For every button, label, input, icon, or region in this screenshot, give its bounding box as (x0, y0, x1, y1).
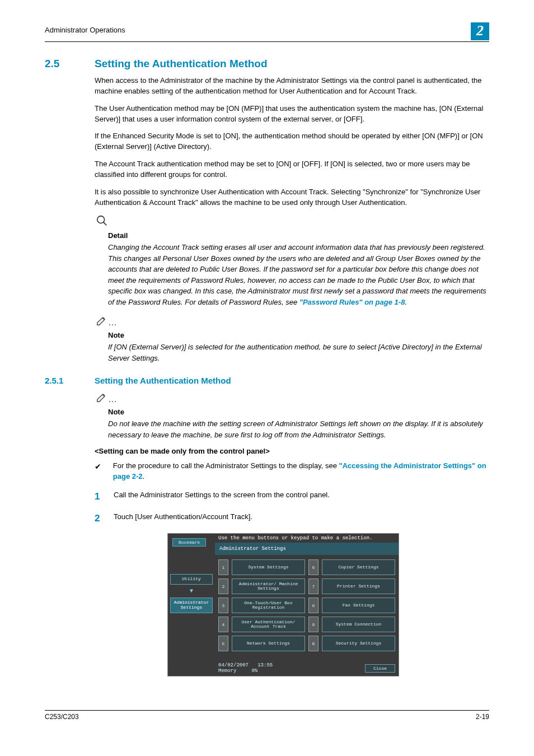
panel-hint: Use the menu buttons or keypad to make a… (215, 534, 399, 543)
intro-para-4: The Account Track authentication method … (95, 159, 489, 180)
panel-menu-button[interactable]: Copier Settings (322, 559, 395, 575)
panel-tab-admin[interactable]: Administrator Settings (170, 598, 213, 613)
step-number: 2 (95, 512, 104, 526)
prerequisite-item: ✔ For the procedure to call the Administ… (95, 461, 489, 482)
detail-text-pre: Changing the Account Track setting erase… (108, 243, 486, 306)
subsection-title: Setting the Authentication Method (95, 376, 231, 385)
intro-para-3: If the Enhanced Security Mode is set to … (95, 131, 489, 152)
down-arrow-icon: ▼ (170, 588, 213, 594)
svg-point-0 (97, 216, 105, 223)
step-number: 1 (95, 490, 104, 504)
panel-menu-button[interactable]: Printer Settings (322, 578, 395, 594)
panel-menu-button[interactable]: Administrator/ Machine Settings (232, 578, 305, 594)
note2-body: Do not leave the machine with the settin… (108, 418, 489, 440)
panel-menu-button[interactable]: One-Touch/User Box Registration (232, 598, 305, 613)
detail-title: Detail (108, 231, 489, 240)
panel-menu-number: 3 (218, 598, 228, 613)
panel-menu-button[interactable]: System Connection (322, 617, 395, 632)
step-2-text: Touch [User Authentication/Account Track… (114, 512, 252, 526)
panel-menu-number: 9 (308, 617, 318, 632)
panel-bookmark-tab[interactable]: Bookmark (172, 538, 206, 547)
panel-menu-number: 5 (218, 636, 228, 651)
panel-menu-number: 8 (308, 598, 318, 613)
control-panel-screenshot: Bookmark Utility ▼ Administrator Setting… (167, 533, 399, 676)
panel-menu-button[interactable]: Fax Settings (322, 598, 395, 613)
magnifier-icon (96, 214, 108, 230)
intro-para-5: It is also possible to synchronize User … (95, 187, 489, 208)
subsection-heading: 2.5.1 Setting the Authentication Method (45, 376, 489, 385)
section-heading: 2.5 Setting the Authentication Method (45, 58, 489, 70)
note-callout-2: … Note Do not leave the machine with the… (95, 391, 489, 440)
intro-para-2: The User Authentication method may be [O… (95, 104, 489, 125)
page-header: Administrator Operations 2 (45, 22, 489, 42)
detail-text-post: . (405, 298, 407, 306)
panel-menu-number: 6 (308, 559, 318, 575)
panel-menu-button[interactable]: Network Settings (232, 636, 305, 651)
intro-para-1: When access to the Administrator of the … (95, 76, 489, 97)
pencil-icon: … (96, 391, 118, 407)
subsection-number: 2.5.1 (45, 376, 81, 385)
panel-status: 04/02/2007 13:55 Memory 0% (218, 662, 273, 674)
page-footer: C253/C203 2-19 (45, 710, 489, 721)
panel-menu-button[interactable]: System Settings (232, 559, 305, 575)
panel-menu-button[interactable]: Security Settings (322, 636, 395, 651)
section-title: Setting the Authentication Method (95, 58, 268, 70)
svg-line-1 (104, 222, 107, 226)
panel-menu-number: 1 (218, 559, 228, 575)
panel-menu-number: 0 (308, 636, 318, 651)
checkmark-icon: ✔ (95, 461, 103, 482)
panel-close-button[interactable]: Close (365, 664, 395, 673)
detail-callout: Detail Changing the Account Track settin… (95, 214, 489, 307)
prereq-text-post: . (143, 472, 145, 480)
step-1-text: Call the Administrator Settings to the s… (114, 490, 330, 504)
step-2: 2 Touch [User Authentication/Account Tra… (95, 512, 489, 526)
note1-title: Note (108, 331, 489, 339)
note-callout-1: … Note If [ON (External Server)] is sele… (95, 314, 489, 363)
chapter-number-badge: 2 (471, 22, 489, 40)
note2-title: Note (108, 408, 489, 416)
panel-menu-number: 4 (218, 617, 228, 632)
panel-menu-number: 7 (308, 578, 318, 594)
step-1: 1 Call the Administrator Settings to the… (95, 490, 489, 504)
pencil-icon: … (96, 314, 118, 330)
panel-tab-utility[interactable]: Utility (170, 574, 213, 585)
footer-model: C253/C203 (45, 713, 79, 721)
control-panel-subhead: <Setting can be made only from the contr… (95, 447, 489, 455)
note1-body: If [ON (External Server)] is selected fo… (108, 342, 489, 363)
panel-titlebar: Administrator Settings (215, 543, 399, 555)
password-rules-link[interactable]: "Password Rules" on page 1-8 (299, 298, 405, 306)
prereq-text-pre: For the procedure to call the Administra… (113, 461, 339, 470)
header-section-name: Administrator Operations (45, 22, 125, 34)
detail-body: Changing the Account Track setting erase… (108, 242, 489, 307)
footer-page-number: 2-19 (476, 713, 489, 721)
section-number: 2.5 (45, 58, 81, 70)
panel-menu-number: 2 (218, 578, 228, 594)
panel-menu-button[interactable]: User Authentication/ Account Track (232, 617, 305, 632)
